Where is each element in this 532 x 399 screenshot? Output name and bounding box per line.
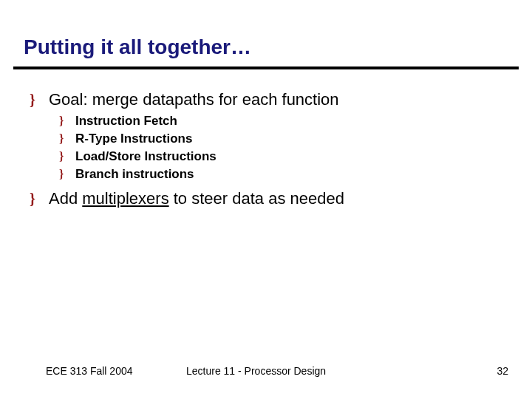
bullet-sub-1: } Instruction Fetch <box>59 114 532 129</box>
bullet-text: Add multiplexers to steer data as needed <box>49 189 344 208</box>
bullet-text: Goal: merge datapaths for each function <box>49 90 339 109</box>
bullet-text: Instruction Fetch <box>75 114 177 129</box>
footer-left: ECE 313 Fall 2004 <box>46 365 186 377</box>
bullet-icon: } <box>59 150 75 163</box>
bullet-icon: } <box>30 191 49 208</box>
bullet-icon: } <box>30 92 49 109</box>
bullet-icon: } <box>59 132 75 146</box>
bullet-text: Load/Store Instructions <box>75 149 216 164</box>
bullet-sub-2: } R-Type Instructions <box>59 132 532 146</box>
slide-title: Putting it all together… <box>0 0 532 66</box>
bullet-text: Branch instructions <box>75 167 194 182</box>
text-pre: Add <box>49 189 82 208</box>
bullet-icon: } <box>59 115 75 128</box>
text-underlined: multiplexers <box>82 189 168 208</box>
bullet-main-2: } Add multiplexers to steer data as need… <box>30 189 532 208</box>
bullet-text: R-Type Instructions <box>75 132 192 146</box>
bullet-icon: } <box>59 168 75 181</box>
slide-content: } Goal: merge datapaths for each functio… <box>0 69 532 208</box>
bullet-main-1: } Goal: merge datapaths for each functio… <box>30 90 532 109</box>
bullet-sub-4: } Branch instructions <box>59 167 532 182</box>
footer-center: Lecture 11 - Processor Design <box>186 365 479 377</box>
slide-footer: ECE 313 Fall 2004 Lecture 11 - Processor… <box>0 365 532 377</box>
text-post: to steer data as needed <box>169 189 344 208</box>
footer-page-number: 32 <box>479 365 508 377</box>
bullet-sub-3: } Load/Store Instructions <box>59 149 532 164</box>
